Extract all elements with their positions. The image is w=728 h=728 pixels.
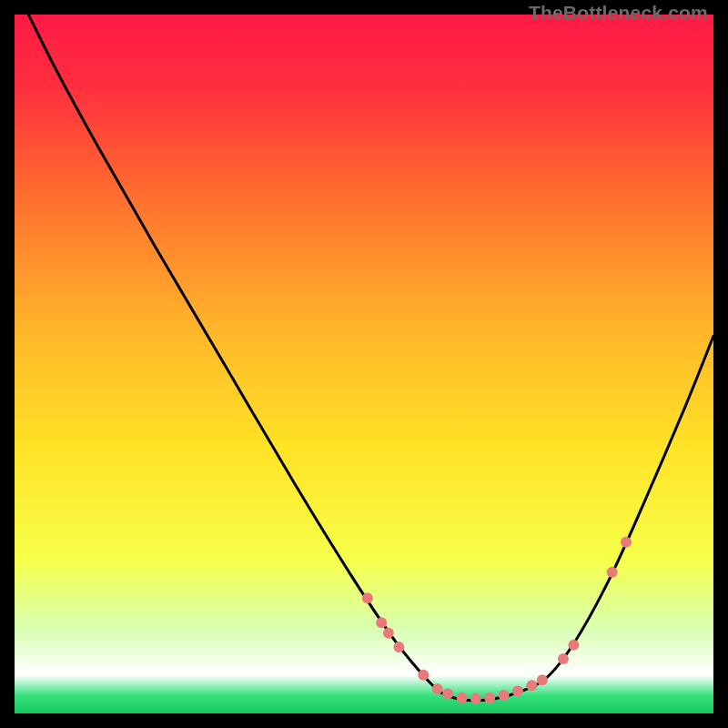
bottleneck-plot (15, 15, 713, 713)
marker-dot (376, 617, 387, 628)
marker-dot (383, 628, 394, 639)
marker-dot (484, 693, 495, 703)
watermark-text: TheBottleneck.com (529, 2, 708, 24)
marker-dot (470, 693, 481, 704)
marker-dot (418, 670, 429, 681)
marker-dot (442, 688, 453, 699)
marker-dot (457, 693, 468, 703)
marker-dot (607, 567, 618, 578)
plot-background (15, 15, 713, 713)
marker-dot (537, 674, 548, 685)
chart-frame (15, 15, 713, 713)
marker-dot (621, 537, 632, 548)
marker-dot (558, 653, 569, 664)
marker-dot (362, 592, 373, 603)
marker-dot (432, 683, 443, 694)
marker-dot (512, 685, 523, 696)
marker-dot (393, 642, 404, 652)
marker-dot (526, 680, 537, 691)
marker-dot (499, 690, 510, 701)
marker-dot (568, 640, 579, 651)
